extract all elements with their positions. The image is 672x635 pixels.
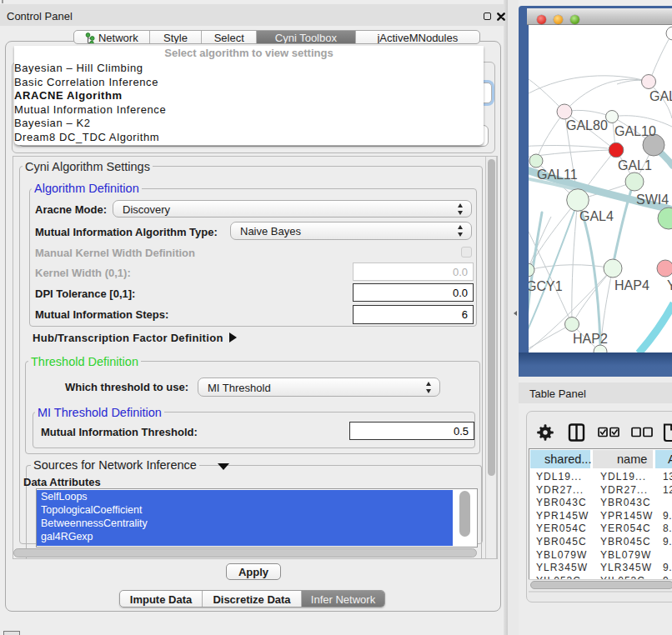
svg-text:HAP4: HAP4 bbox=[614, 278, 649, 292]
svg-text:GAL1: GAL1 bbox=[618, 158, 652, 172]
svg-text:GAL4: GAL4 bbox=[579, 209, 614, 223]
svg-text:HAP2: HAP2 bbox=[573, 332, 608, 346]
svg-text:GAL80: GAL80 bbox=[566, 118, 608, 132]
svg-text:GAL10: GAL10 bbox=[614, 124, 656, 138]
svg-text:YE: YE bbox=[667, 278, 672, 292]
svg-text:SWI4: SWI4 bbox=[636, 192, 669, 207]
svg-text:GAL7: GAL7 bbox=[649, 89, 672, 103]
svg-text:GAL11: GAL11 bbox=[537, 168, 578, 182]
svg-text:GCY1: GCY1 bbox=[529, 279, 563, 293]
